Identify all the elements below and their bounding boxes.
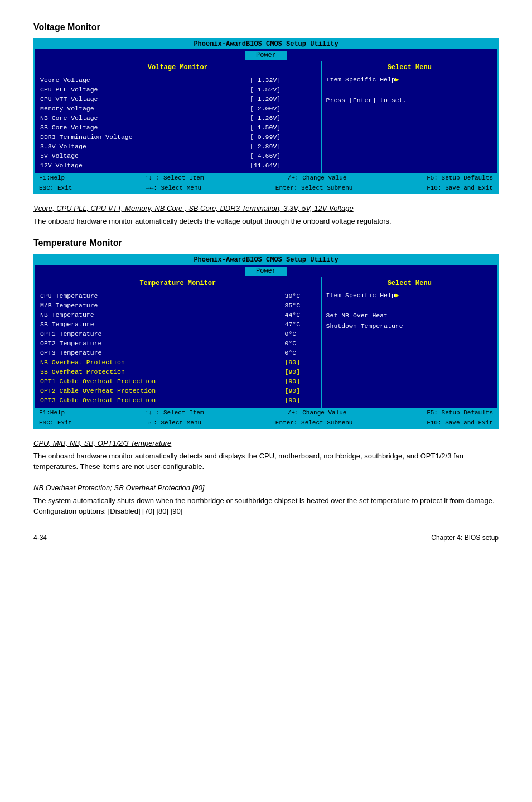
voltage-help-line2: Press [Enter] to set. <box>326 96 407 104</box>
temperature-row-label: NB Temperature <box>40 311 284 319</box>
voltage-row-value: [ 1.52V] <box>250 85 316 94</box>
temperature-table-row: NB Temperature44°C <box>40 311 316 319</box>
voltage-left-panel: Voltage Monitor Vcore Voltage[ 1.32V]CPU… <box>35 61 322 173</box>
voltage-select-menu-label: Select Menu <box>326 64 493 71</box>
temperature-left-panel: Temperature Monitor CPU Temperature30°CM… <box>35 277 322 408</box>
temperature-footer: F1:Help ↑↓ : Select Item -/+: Change Val… <box>35 408 497 418</box>
temperature-table-row: OPT1 Temperature0°C <box>40 330 316 338</box>
temperature-help-line3: Shutdown Temperature <box>326 322 403 330</box>
temperature-table-row: M/B Temperature35°C <box>40 301 316 310</box>
voltage-table-row: NB Core Voltage[ 1.26V] <box>40 114 316 122</box>
voltage-footer-leftright: →←: Select Menu <box>146 185 201 191</box>
temperature-table-row: OPT2 Cable Overheat Protection[90] <box>40 386 316 395</box>
temperature-row-label: OPT3 Cable Overheat Protection <box>40 396 284 404</box>
temperature-row-label: OPT3 Temperature <box>40 349 284 357</box>
temperature-footer-f1: F1:Help <box>39 409 65 416</box>
voltage-table: Vcore Voltage[ 1.32V]CPU PLL Voltage[ 1.… <box>39 75 317 171</box>
voltage-row-value: [ 2.89V] <box>250 142 316 151</box>
temperature-footer-esc: ESC: Exit <box>39 419 72 426</box>
voltage-bios-header: Phoenix-AwardBIOS CMOS Setup Utility <box>35 39 497 49</box>
voltage-table-row: 3.3V Voltage[ 2.89V] <box>40 142 316 151</box>
voltage-power-tab[interactable]: Power <box>245 51 287 60</box>
temperature-select-menu-label: Select Menu <box>326 279 493 287</box>
voltage-row-value: [ 1.50V] <box>250 123 316 132</box>
voltage-row-value: [ 1.26V] <box>250 114 316 122</box>
temperature-section-header: Temperature Monitor <box>39 279 317 287</box>
voltage-row-value: [ 1.20V] <box>250 95 316 103</box>
temperature-right-panel: Select Menu Item Specific Help▶ Set NB O… <box>322 277 497 408</box>
voltage-row-label: Memory Voltage <box>40 104 249 113</box>
temperature-row-value: [90] <box>285 377 316 385</box>
voltage-help-text: Item Specific Help▶ Press [Enter] to set… <box>326 75 493 105</box>
voltage-footer2: ESC: Exit →←: Select Menu Enter: Select … <box>35 183 497 193</box>
temperature-footer-updown: ↑↓ : Select Item <box>145 409 204 416</box>
voltage-footer-f10: F10: Save and Exit <box>427 185 493 191</box>
voltage-row-label: CPU PLL Voltage <box>40 85 249 94</box>
temperature-row-label: SB Overheat Protection <box>40 368 284 376</box>
temperature-footer-plusminus: -/+: Change Value <box>284 409 346 416</box>
temperature-bios-box: Phoenix-AwardBIOS CMOS Setup Utility Pow… <box>33 254 499 429</box>
temperature-row-value: 0°C <box>285 349 316 357</box>
temperature-table-row: SB Temperature47°C <box>40 320 316 328</box>
temperature-table-row: OPT3 Cable Overheat Protection[90] <box>40 396 316 404</box>
voltage-row-value: [ 4.66V] <box>250 152 316 160</box>
voltage-footer-enter: Enter: Select SubMenu <box>275 185 353 191</box>
temperature-row-value: [90] <box>285 386 316 395</box>
voltage-footer-f1: F1:Help <box>39 175 65 181</box>
temperature-row-label: NB Overheat Protection <box>40 358 284 366</box>
voltage-row-label: NB Core Voltage <box>40 114 249 122</box>
temperature-help-line1: Item Specific Help <box>326 292 395 299</box>
voltage-content-area: Voltage Monitor Vcore Voltage[ 1.32V]CPU… <box>35 61 497 173</box>
voltage-footer-esc: ESC: Exit <box>39 185 72 191</box>
temperature-table-row: OPT3 Temperature0°C <box>40 349 316 357</box>
temperature-row-label: M/B Temperature <box>40 301 284 310</box>
voltage-row-value: [ 1.32V] <box>250 76 316 84</box>
temperature-row-value: 47°C <box>285 320 316 328</box>
voltage-row-value: [11.64V] <box>250 161 316 170</box>
temperature-footer-enter: Enter: Select SubMenu <box>275 419 353 426</box>
page-footer-left: 4-34 <box>33 534 47 542</box>
temperature-row-value: [90] <box>285 368 316 376</box>
voltage-tab-bar: Power <box>35 49 497 61</box>
voltage-table-row: 5V Voltage[ 4.66V] <box>40 152 316 160</box>
temperature-footer-f5: F5: Setup Defaults <box>427 409 493 416</box>
voltage-row-label: 12V Voltage <box>40 161 249 170</box>
temperature-content-area: Temperature Monitor CPU Temperature30°CM… <box>35 277 497 408</box>
voltage-row-value: [ 2.00V] <box>250 104 316 113</box>
voltage-row-label: DDR3 Termination Voltage <box>40 133 249 141</box>
temperature-table-row: NB Overheat Protection[90] <box>40 358 316 366</box>
temperature-help-text: Item Specific Help▶ Set NB Over-Heat Shu… <box>326 291 493 332</box>
voltage-row-label: 3.3V Voltage <box>40 142 249 151</box>
temperature-footer2: ESC: Exit →←: Select Menu Enter: Select … <box>35 418 497 428</box>
temperature-monitor-title: Temperature Monitor <box>33 238 499 248</box>
temperature-footer-leftright: →←: Select Menu <box>146 419 201 426</box>
temperature-help-arrow: ▶ <box>395 292 399 299</box>
voltage-section-header: Voltage Monitor <box>39 64 317 71</box>
temperature-row-label: OPT2 Cable Overheat Protection <box>40 386 284 395</box>
temperature-desc1-text: The onboard hardware monitor automatical… <box>33 451 499 472</box>
voltage-bios-box: Phoenix-AwardBIOS CMOS Setup Utility Pow… <box>33 38 499 194</box>
temperature-table-row: OPT1 Cable Overheat Protection[90] <box>40 377 316 385</box>
temperature-row-value: [90] <box>285 358 316 366</box>
page-footer: 4-34 Chapter 4: BIOS setup <box>33 534 499 542</box>
temperature-row-label: SB Temperature <box>40 320 284 328</box>
temperature-desc2-text: The system automatically shuts down when… <box>33 495 499 517</box>
voltage-desc-italic: Vcore, CPU PLL, CPU VTT, Memory, NB Core… <box>33 204 499 212</box>
voltage-row-label: CPU VTT Voltage <box>40 95 249 103</box>
temperature-help-line2: Set NB Over-Heat <box>326 312 388 319</box>
voltage-desc-text: The onboard hardware monitor automatical… <box>33 216 499 227</box>
temperature-table-row: OPT2 Temperature0°C <box>40 339 316 347</box>
temperature-row-value: 0°C <box>285 330 316 338</box>
temperature-row-value: 0°C <box>285 339 316 347</box>
temperature-row-value: 30°C <box>285 292 316 300</box>
page-footer-right: Chapter 4: BIOS setup <box>431 534 499 542</box>
voltage-monitor-title: Voltage Monitor <box>33 22 499 32</box>
voltage-row-value: [ 0.99V] <box>250 133 316 141</box>
voltage-footer: F1:Help ↑↓ : Select Item -/+: Change Val… <box>35 173 497 183</box>
temperature-power-tab[interactable]: Power <box>245 267 287 276</box>
voltage-table-row: DDR3 Termination Voltage[ 0.99V] <box>40 133 316 141</box>
temperature-row-value: 44°C <box>285 311 316 319</box>
temperature-row-label: OPT1 Cable Overheat Protection <box>40 377 284 385</box>
temperature-row-value: [90] <box>285 396 316 404</box>
temperature-desc1-italic: CPU, M/B, NB, SB, OPT1/2/3 Temperature <box>33 439 499 447</box>
